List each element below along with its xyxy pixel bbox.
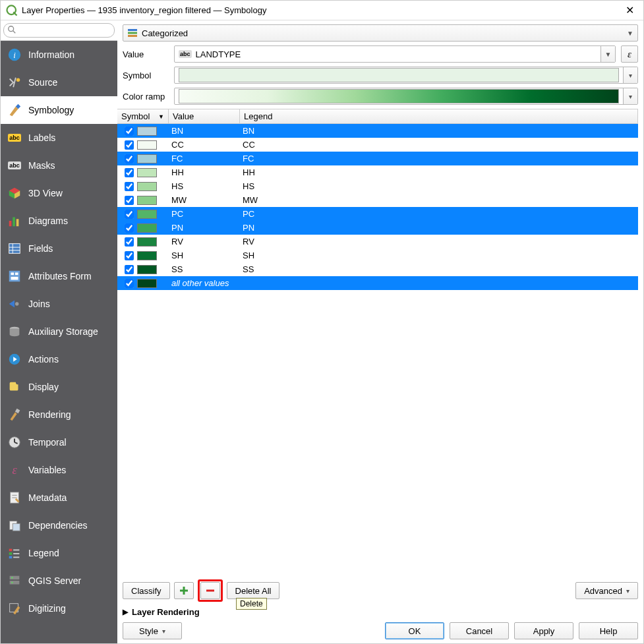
category-checkbox[interactable]	[125, 265, 134, 274]
sidebar-item-rendering[interactable]: Rendering	[1, 401, 117, 428]
category-swatch[interactable]	[137, 154, 157, 163]
help-button[interactable]: Help	[579, 622, 638, 639]
expression-button[interactable]: ε	[621, 45, 638, 63]
category-row[interactable]: PNPN	[117, 221, 638, 235]
category-row[interactable]: all other values	[117, 276, 638, 290]
sidebar-item-joins[interactable]: Joins	[1, 290, 117, 318]
legend-icon	[7, 546, 22, 560]
category-row[interactable]: HSHS	[117, 179, 638, 193]
sidebar-item-diagrams[interactable]: Diagrams	[1, 207, 117, 235]
sidebar-item-labels[interactable]: abcLabels	[1, 124, 117, 152]
category-checkbox[interactable]	[125, 237, 134, 247]
category-legend: CC	[240, 140, 638, 150]
category-swatch[interactable]	[137, 279, 157, 288]
sidebar-item-label: Source	[28, 77, 57, 88]
category-row[interactable]: SSSS	[117, 262, 638, 276]
category-value: all other values	[169, 278, 240, 288]
sidebar-item-3dview[interactable]: 3D View	[1, 179, 117, 207]
svg-point-1	[9, 26, 14, 32]
category-checkbox[interactable]	[125, 196, 134, 205]
colorramp-swatch	[179, 89, 619, 103]
category-swatch[interactable]	[137, 182, 157, 191]
category-row[interactable]: SHSH	[117, 249, 638, 262]
category-checkbox[interactable]	[125, 223, 134, 233]
category-swatch[interactable]	[137, 168, 157, 177]
sidebar-item-variables[interactable]: εVariables	[1, 456, 117, 484]
category-swatch[interactable]	[137, 265, 157, 274]
category-checkbox[interactable]	[125, 210, 134, 219]
category-row[interactable]: PCPC	[117, 207, 638, 221]
column-header-value[interactable]: Value	[169, 109, 240, 123]
category-swatch[interactable]	[137, 237, 157, 247]
annotation-highlight	[198, 579, 223, 602]
category-legend: HH	[240, 167, 638, 177]
sidebar-item-display[interactable]: Display	[1, 373, 117, 401]
sidebar-nav: iInformationSourceSymbologyabcLabelsabcM…	[1, 41, 117, 643]
render-type-combo[interactable]: Categorized ▼	[123, 24, 638, 42]
category-checkbox[interactable]	[125, 140, 134, 150]
sidebar-item-fields[interactable]: Fields	[1, 235, 117, 262]
category-row[interactable]: HHHH	[117, 165, 638, 179]
apply-button[interactable]: Apply	[514, 622, 573, 639]
remove-category-button[interactable]	[200, 582, 220, 599]
category-row[interactable]: BNBN	[117, 124, 638, 138]
chevron-down-icon[interactable]: ▾	[623, 67, 637, 83]
category-checkbox[interactable]	[125, 279, 134, 288]
category-row[interactable]: RVRV	[117, 235, 638, 249]
style-button[interactable]: Style▾	[123, 622, 182, 639]
close-button[interactable]: ✕	[622, 4, 638, 16]
sidebar-item-information[interactable]: iInformation	[1, 41, 117, 69]
sidebar-item-source[interactable]: Source	[1, 69, 117, 96]
category-checkbox[interactable]	[125, 251, 134, 260]
sidebar-item-dependencies[interactable]: Dependencies	[1, 512, 117, 539]
category-checkbox[interactable]	[125, 168, 134, 177]
sidebar-item-digitizing[interactable]: Digitizing	[1, 595, 117, 622]
colorramp-combo[interactable]: ▾	[174, 88, 638, 105]
symbol-combo[interactable]: ▾	[174, 67, 638, 84]
column-header-legend[interactable]: Legend	[240, 109, 638, 123]
category-swatch[interactable]	[137, 210, 157, 219]
category-row[interactable]: CCCC	[117, 138, 638, 152]
sidebar-item-attributesform[interactable]: Attributes Form	[1, 262, 117, 290]
search-input[interactable]	[3, 23, 115, 38]
chevron-down-icon[interactable]: ▾	[623, 88, 637, 104]
ok-button[interactable]: OK	[385, 622, 444, 639]
svg-point-5	[16, 78, 20, 82]
svg-rect-7	[13, 218, 15, 227]
sidebar-item-auxiliary[interactable]: Auxiliary Storage	[1, 318, 117, 345]
category-swatch[interactable]	[137, 223, 157, 233]
sidebar-item-temporal[interactable]: Temporal	[1, 428, 117, 456]
sidebar-item-label: Display	[28, 382, 59, 392]
category-swatch[interactable]	[137, 196, 157, 205]
advanced-button[interactable]: Advanced▾	[575, 582, 638, 599]
category-swatch[interactable]	[137, 251, 157, 260]
sidebar-item-label: Joins	[28, 299, 50, 309]
sidebar-item-metadata[interactable]: Metadata	[1, 484, 117, 512]
layer-rendering-section[interactable]: ▶ Layer Rendering	[123, 606, 638, 618]
category-swatch[interactable]	[137, 140, 157, 150]
joins-icon	[7, 297, 22, 311]
categories-grid-body[interactable]: BNBNCCCCFCFCHHHHHSHSMWMWPCPCPNPNRVRVSHSH…	[117, 124, 638, 575]
sidebar-item-qgisserver[interactable]: QGIS Server	[1, 567, 117, 595]
category-checkbox[interactable]	[125, 127, 134, 136]
sidebar-item-actions[interactable]: Actions	[1, 345, 117, 373]
add-category-button[interactable]	[174, 582, 194, 599]
category-checkbox[interactable]	[125, 182, 134, 191]
chevron-down-icon[interactable]: ▼	[600, 46, 615, 62]
classify-button[interactable]: Classify	[123, 582, 170, 599]
category-value: SS	[169, 264, 240, 274]
sidebar-item-label: Diagrams	[28, 216, 68, 226]
source-icon	[7, 75, 22, 90]
cancel-button[interactable]: Cancel	[450, 622, 509, 639]
category-row[interactable]: MWMW	[117, 193, 638, 207]
sidebar-item-legend[interactable]: Legend	[1, 539, 117, 567]
value-field-combo[interactable]: abc LANDTYPE ▼	[174, 45, 616, 63]
category-checkbox[interactable]	[125, 154, 134, 163]
category-swatch[interactable]	[137, 127, 157, 136]
category-row[interactable]: FCFC	[117, 152, 638, 165]
sidebar-item-masks[interactable]: abcMasks	[1, 152, 117, 179]
delete-all-button[interactable]: Delete All	[227, 582, 280, 599]
column-header-symbol[interactable]: Symbol▼	[117, 109, 169, 123]
sidebar-item-symbology[interactable]: Symbology	[1, 96, 117, 124]
search-icon	[7, 25, 16, 34]
